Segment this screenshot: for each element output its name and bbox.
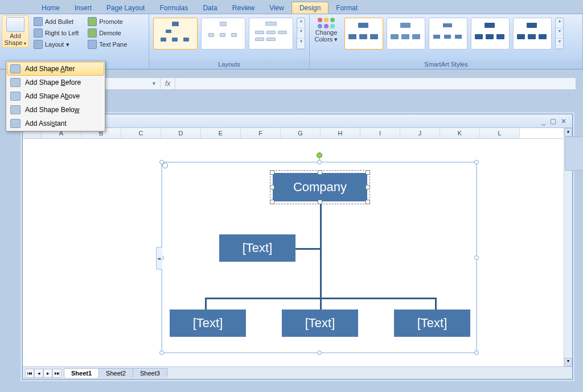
menu-add-shape-after[interactable]: Add Shape After xyxy=(7,62,104,76)
resize-handle-sw[interactable] xyxy=(159,350,164,355)
connector-child1 xyxy=(205,298,207,310)
layout-icon xyxy=(34,40,43,49)
smartart-node-child-1[interactable]: [Text] xyxy=(170,310,246,337)
column-header-I[interactable]: I xyxy=(360,128,400,138)
column-header-G[interactable]: G xyxy=(281,128,321,138)
tab-formulas[interactable]: Formulas xyxy=(152,2,195,14)
menu-add-shape-before[interactable]: Add Shape Before xyxy=(7,76,104,89)
layouts-gallery-scroll[interactable]: ▴▾▾ xyxy=(297,18,305,49)
demote-button[interactable]: Demote xyxy=(85,28,129,38)
assistant-icon xyxy=(10,119,20,128)
sheet-tab-3[interactable]: Sheet3 xyxy=(133,368,167,378)
column-header-F[interactable]: F xyxy=(241,128,281,138)
connector-child2 xyxy=(320,298,322,310)
tab-format[interactable]: Format xyxy=(329,2,365,14)
styles-gallery-scroll[interactable]: ▴▾▾ xyxy=(555,18,564,49)
resize-handle-se[interactable] xyxy=(474,350,479,355)
worksheet-grid: ABCDEFGHIJKL ◂▸ xyxy=(23,128,564,366)
ribbon-group-layouts: ▴▾▾ Layouts xyxy=(149,14,310,69)
column-header-H[interactable]: H xyxy=(321,128,360,138)
layout-thumb-2[interactable] xyxy=(201,18,245,49)
menu-add-shape-above[interactable]: Add Shape Above xyxy=(7,89,104,103)
layout-thumb-3[interactable] xyxy=(249,18,293,49)
add-shape-dropdown: Add Shape After Add Shape Before Add Sha… xyxy=(6,61,105,131)
column-header-L[interactable]: L xyxy=(480,128,520,138)
menu-add-shape-below[interactable]: Add Shape Below xyxy=(7,103,104,117)
window-maximize-button[interactable]: ▢ xyxy=(550,117,556,125)
shape-below-icon xyxy=(10,105,20,114)
window-close-button[interactable]: ✕ xyxy=(561,117,566,125)
styles-group-label: SmartArt Styles xyxy=(310,60,582,69)
add-shape-label2: Shape ▾ xyxy=(5,40,27,47)
add-shape-icon xyxy=(6,17,24,32)
column-header-K[interactable]: K xyxy=(440,128,480,138)
scroll-up-button[interactable]: ▴ xyxy=(564,128,572,137)
rtl-icon xyxy=(34,28,43,38)
sheet-nav-next[interactable]: ▸ xyxy=(43,369,52,378)
shape-after-icon xyxy=(10,64,20,73)
rotation-handle[interactable] xyxy=(317,152,322,158)
layout-thumb-1[interactable] xyxy=(153,18,198,49)
smartart-node-child-2[interactable]: [Text] xyxy=(282,310,358,337)
connector-child3 xyxy=(435,298,437,310)
namebox-dropdown-icon[interactable]: ▼ xyxy=(151,81,157,86)
column-header-E[interactable]: E xyxy=(201,128,241,138)
style-thumb-1[interactable] xyxy=(344,18,383,49)
add-bullet-button[interactable]: Add Bullet xyxy=(31,16,81,27)
bullet-icon xyxy=(34,17,43,26)
sheet-tab-1[interactable]: Sheet1 xyxy=(64,368,99,378)
tab-review[interactable]: Review xyxy=(225,2,262,14)
style-thumb-2[interactable] xyxy=(387,18,425,49)
tab-design[interactable]: Design xyxy=(292,2,329,14)
smartart-node-assistant[interactable]: [Text] xyxy=(219,234,295,262)
worksheet-window: _ ▢ ✕ ABCDEFGHIJKL xyxy=(22,114,573,379)
smartart-node-child-3[interactable]: [Text] xyxy=(394,310,470,337)
layout-menu-button[interactable]: Layout ▾ xyxy=(31,39,81,49)
scroll-down-button[interactable]: ▾ xyxy=(564,358,572,366)
ribbon-tabstrip: Home Insert Page Layout Formulas Data Re… xyxy=(0,0,583,14)
column-header-D[interactable]: D xyxy=(161,128,201,138)
textpane-icon xyxy=(88,40,97,49)
column-header-C[interactable]: C xyxy=(121,128,161,138)
tab-view[interactable]: View xyxy=(262,2,292,14)
scroll-thumb[interactable] xyxy=(565,137,583,171)
smartart-frame[interactable]: ◂▸ Company xyxy=(161,162,477,353)
sheet-nav-first[interactable]: ⏮ xyxy=(25,369,34,378)
tab-data[interactable]: Data xyxy=(195,2,224,14)
add-shape-button[interactable]: Add Shape ▾ xyxy=(2,15,29,48)
tab-insert[interactable]: Insert xyxy=(67,2,99,14)
resize-handle-nw[interactable] xyxy=(159,160,164,164)
style-thumb-3[interactable] xyxy=(429,18,467,49)
resize-handle-ne[interactable] xyxy=(474,160,479,164)
demote-icon xyxy=(88,28,97,38)
promote-icon xyxy=(88,17,97,26)
smartart-node-company[interactable]: Company xyxy=(273,173,367,201)
text-pane-expand-tab[interactable]: ◂▸ xyxy=(156,247,162,270)
sheet-tabs-bar: ⏮ ◂ ▸ ⏭ Sheet1 Sheet2 Sheet3 xyxy=(23,366,572,379)
connector-vertical-main xyxy=(320,201,322,298)
promote-button[interactable]: Promote xyxy=(85,16,129,27)
style-thumb-4[interactable] xyxy=(471,18,510,49)
tab-page-layout[interactable]: Page Layout xyxy=(99,2,152,14)
menu-add-assistant[interactable]: Add Assistant xyxy=(7,117,104,130)
style-thumb-5[interactable] xyxy=(513,18,552,49)
ribbon-group-smartart-styles: Change Colors ▾ ▴▾▾ SmartArt Styles xyxy=(310,14,583,69)
sheet-nav-last[interactable]: ⏭ xyxy=(52,369,61,378)
tab-home[interactable]: Home xyxy=(34,2,67,14)
vertical-scrollbar[interactable]: ▴ ▾ xyxy=(564,128,572,366)
shape-before-icon xyxy=(10,78,20,87)
right-to-left-button[interactable]: Right to Left xyxy=(31,28,81,38)
sheet-tab-2[interactable]: Sheet2 xyxy=(98,368,133,378)
fx-button[interactable]: fx xyxy=(161,78,175,89)
resize-handle-s[interactable] xyxy=(317,350,322,355)
text-pane-button[interactable]: Text Pane xyxy=(85,39,129,49)
change-colors-button[interactable]: Change Colors ▾ xyxy=(311,15,341,44)
sheet-nav-prev[interactable]: ◂ xyxy=(34,369,43,378)
layouts-group-label: Layouts xyxy=(149,60,309,69)
window-minimize-button[interactable]: _ xyxy=(541,117,545,125)
colors-icon xyxy=(318,16,335,29)
resize-handle-n[interactable] xyxy=(317,160,322,164)
resize-handle-e[interactable] xyxy=(474,255,479,260)
column-header-J[interactable]: J xyxy=(400,128,440,138)
shape-above-icon xyxy=(10,92,20,101)
